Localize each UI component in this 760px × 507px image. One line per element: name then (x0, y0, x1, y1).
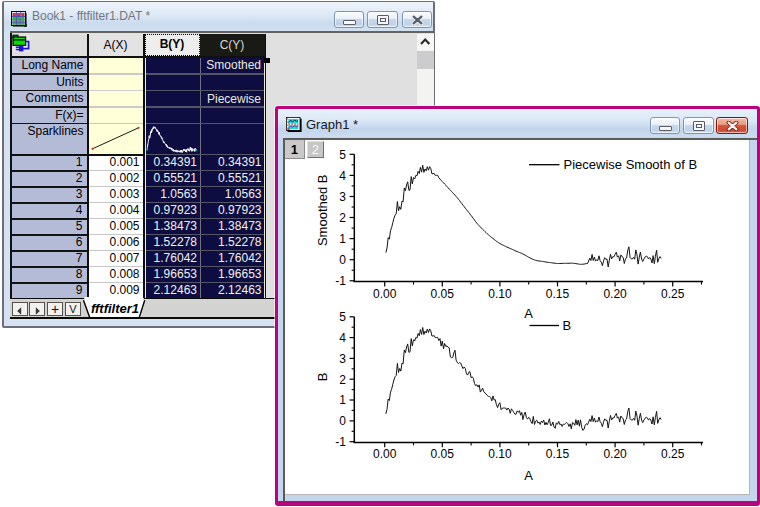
svg-text:Smoothed B: Smoothed B (315, 175, 330, 247)
svg-text:B: B (315, 373, 330, 382)
svg-text:-1: -1 (335, 274, 346, 288)
svg-text:0: 0 (339, 414, 346, 428)
svg-text:4: 4 (339, 331, 346, 345)
svg-text:Piecewise Smooth of B: Piecewise Smooth of B (564, 157, 698, 172)
svg-text:0.05: 0.05 (431, 287, 455, 301)
svg-text:5: 5 (339, 148, 346, 162)
svg-text:A: A (524, 306, 533, 321)
svg-text:0.05: 0.05 (431, 447, 455, 461)
svg-text:0.10: 0.10 (488, 287, 512, 301)
svg-text:3: 3 (339, 190, 346, 204)
svg-text:0.15: 0.15 (546, 447, 570, 461)
svg-text:B: B (563, 318, 572, 333)
svg-text:1: 1 (339, 232, 346, 246)
svg-text:0.20: 0.20 (603, 447, 627, 461)
svg-text:0: 0 (339, 253, 346, 267)
svg-text:0.25: 0.25 (661, 447, 685, 461)
svg-text:1: 1 (339, 393, 346, 407)
svg-text:0.00: 0.00 (373, 447, 397, 461)
svg-text:0.00: 0.00 (373, 287, 397, 301)
svg-text:4: 4 (339, 169, 346, 183)
svg-text:2: 2 (339, 211, 346, 225)
svg-text:3: 3 (339, 352, 346, 366)
svg-text:0.10: 0.10 (488, 447, 512, 461)
svg-text:0.15: 0.15 (546, 287, 570, 301)
svg-text:5: 5 (339, 310, 346, 324)
svg-text:-1: -1 (335, 435, 346, 449)
svg-text:2: 2 (339, 373, 346, 387)
svg-text:0.20: 0.20 (603, 287, 627, 301)
svg-text:0.25: 0.25 (661, 287, 685, 301)
svg-text:A: A (524, 468, 533, 483)
